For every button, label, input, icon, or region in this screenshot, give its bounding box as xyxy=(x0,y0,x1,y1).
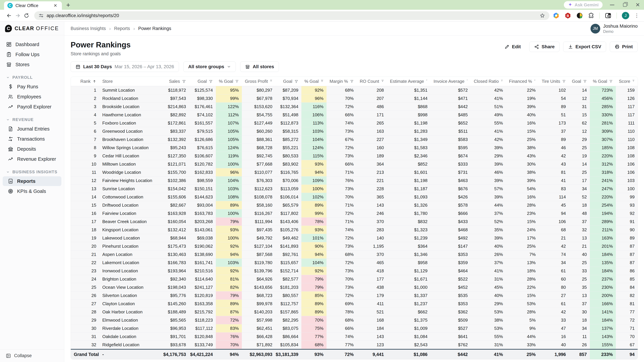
filter-funnel-icon[interactable] xyxy=(381,79,384,83)
table-row-28[interactable]: 28Oak Harbor Location$188,489$215,79287%… xyxy=(71,308,638,316)
table-row-5[interactable]: 5Foxboro Location$172,861$161,557107%$12… xyxy=(71,119,638,127)
table-row-30[interactable]: 30Riverdale Location$96,953$117,11283%$6… xyxy=(71,324,638,333)
app-logo[interactable]: C CLEAR OFFICE xyxy=(0,22,64,35)
filter-funnel-icon[interactable] xyxy=(466,79,468,83)
date-range-filter[interactable]: Last 30 Days Mar 15, 2026 – Apr 13, 2026 xyxy=(70,61,179,72)
breadcrumb-business-insights[interactable]: Business Insights xyxy=(70,26,106,31)
filter-funnel-icon[interactable] xyxy=(350,79,354,83)
column-header-goal-6[interactable]: Goal xyxy=(276,77,301,86)
table-row-15[interactable]: 15Driftwood Location$82,667$93,00489%$58… xyxy=(71,201,638,209)
window-minimize-icon[interactable] xyxy=(610,5,614,5)
sidebar-item-transactions[interactable]: Transactions xyxy=(3,134,62,144)
table-row-7[interactable]: 7Brookhaven Location$132,392$126,686105%… xyxy=(71,135,638,144)
column-header-tire-units-14[interactable]: Tire Units xyxy=(539,77,569,86)
window-maximize-icon[interactable] xyxy=(623,3,627,7)
breadcrumb-reports[interactable]: Reports xyxy=(114,26,130,31)
table-row-11[interactable]: 11Woodridge Location$155,700$162,83396%$… xyxy=(71,168,638,176)
table-row-22[interactable]: 22Lakemont Location$166,783$161,741103%$… xyxy=(71,259,638,267)
table-row-18[interactable]: 18Kingsport Location$132,412$143,06193%$… xyxy=(71,226,638,234)
share-button[interactable]: Share xyxy=(529,41,560,52)
table-row-21[interactable]: 21Aspen Location$130,463$138,69094%$87,5… xyxy=(71,250,638,259)
column-header-closed-ratio-12[interactable]: Closed Ratio xyxy=(471,77,506,86)
site-settings-icon[interactable] xyxy=(38,13,44,18)
table-row-4[interactable]: 4Hawthorne Location$82,892$74,102112%$54… xyxy=(71,111,638,119)
column-header-estimate-average-10[interactable]: Estimate Average xyxy=(387,77,430,86)
sidebar-section-payroll[interactable]: PAYROLL xyxy=(3,73,62,82)
browser-profile-avatar[interactable]: J xyxy=(622,12,629,19)
column-header-gross-profit-5[interactable]: Gross Profit xyxy=(242,77,276,86)
filter-funnel-icon[interactable] xyxy=(632,79,634,83)
tab-close-icon[interactable]: ✕ xyxy=(52,2,58,9)
table-row-9[interactable]: 9Cedar Hill Location$127,350$106,607119%… xyxy=(71,152,638,160)
sidebar-section-revenue[interactable]: REVENUE xyxy=(3,115,62,124)
table-row-31[interactable]: 31Oakdale Location$91,701$120,84876%$66,… xyxy=(71,333,638,341)
forward-icon[interactable] xyxy=(14,11,22,20)
sidebar-item-dashboard[interactable]: Dashboard xyxy=(3,39,62,49)
table-row-19[interactable]: 19Lakewood Location$68,944$69,038100%$49… xyxy=(71,234,638,242)
column-header-financed-13[interactable]: Financed % xyxy=(506,77,539,86)
export-csv-button[interactable]: Export CSV xyxy=(563,41,606,52)
filter-funnel-icon[interactable] xyxy=(182,79,186,83)
extension-dark-icon[interactable] xyxy=(576,12,583,19)
extension-rainbow-icon[interactable] xyxy=(553,12,560,19)
sidebar-item-reports[interactable]: Reports xyxy=(3,176,62,186)
sidebar-item-journal-entries[interactable]: Journal Entries xyxy=(3,124,62,134)
column-header-goal-16[interactable]: % Goal xyxy=(590,77,616,86)
url-bar[interactable]: app.clearoffice.io/insights/reports/20 xyxy=(34,11,550,20)
filter-funnel-icon[interactable] xyxy=(501,79,503,83)
search-tabs-icon[interactable] xyxy=(605,12,612,19)
table-row-17[interactable]: 17Beaver Creek Location$160,054$203,2687… xyxy=(71,218,638,226)
sidebar-item-stores[interactable]: Stores xyxy=(3,60,62,69)
sidebar-collapse-button[interactable]: Collapse xyxy=(0,349,64,362)
column-header-goal-4[interactable]: % Goal xyxy=(216,77,242,86)
browser-menu-icon[interactable]: ⋮ xyxy=(634,14,639,16)
table-row-20[interactable]: 20Pinehurst Location$175,473$190,06292%$… xyxy=(71,242,638,250)
filter-funnel-icon[interactable] xyxy=(270,79,272,83)
sidebar-item-kpis-goals[interactable]: KPIs & Goals xyxy=(3,186,62,196)
sidebar-section-business-insights[interactable]: BUSINESS INSIGHTS xyxy=(3,168,62,176)
ask-gemini-button[interactable]: Ask Gemini xyxy=(564,1,602,8)
table-row-8[interactable]: 8Willow Springs Location$95,243$76,61512… xyxy=(71,144,638,152)
window-close-icon[interactable]: ✕ xyxy=(636,2,640,7)
sidebar-item-employees[interactable]: Employees xyxy=(3,92,62,102)
column-header-score-17[interactable]: Score xyxy=(616,77,638,86)
print-button[interactable]: Print xyxy=(610,41,638,52)
table-row-25[interactable]: 25Ocean View Location$198,043$241,12782%… xyxy=(71,283,638,292)
extension-b-icon[interactable]: B xyxy=(564,12,571,19)
table-row-26[interactable]: 26Silverton Location$95,776$120,81979%$6… xyxy=(71,292,638,300)
filter-funnel-icon[interactable] xyxy=(321,79,324,83)
bookmark-star-icon[interactable] xyxy=(540,13,545,18)
column-header-sales-2[interactable]: Sales xyxy=(159,77,189,86)
column-header-goal-15[interactable]: Goal xyxy=(569,77,590,86)
edit-button[interactable]: Edit xyxy=(500,41,526,52)
table-row-3[interactable]: 3Brookside Location$214,863$176,461122%$… xyxy=(71,103,638,111)
extensions-puzzle-icon[interactable] xyxy=(588,12,594,19)
table-row-6[interactable]: 6Greenwood Location$83,337$79,515105%$60… xyxy=(71,127,638,135)
stores-filter[interactable]: All stores xyxy=(240,61,279,72)
filter-funnel-icon[interactable] xyxy=(209,79,213,83)
back-icon[interactable] xyxy=(5,11,14,20)
column-header-rank-0[interactable]: Rank xyxy=(71,77,99,86)
filter-funnel-icon[interactable] xyxy=(562,79,566,83)
table-row-1[interactable]: 1Summit Location$118,972$125,57495%$80,2… xyxy=(71,86,638,94)
table-row-24[interactable]: 24Brighton Location$92,340$114,64081%$64… xyxy=(71,275,638,283)
column-header-margin-8[interactable]: Margin % xyxy=(326,77,357,86)
column-header-ro-count-9[interactable]: RO Count xyxy=(357,77,387,86)
column-header-goal-3[interactable]: Goal xyxy=(189,77,216,86)
filter-funnel-icon[interactable] xyxy=(235,79,239,83)
column-header-invoice-average-11[interactable]: Invoice Average xyxy=(430,77,471,86)
table-row-12[interactable]: 12Fairview Heights Location$102,386$98,5… xyxy=(71,176,638,185)
sidebar-item-revenue-explorer[interactable]: Revenue Explorer xyxy=(3,154,62,164)
table-row-14[interactable]: 14Cottonwood Location$155,606$144,623108… xyxy=(71,193,638,201)
filter-funnel-icon[interactable] xyxy=(534,79,536,83)
browser-tab[interactable]: C Clear Office ✕ xyxy=(4,1,62,10)
sort-asc-icon[interactable] xyxy=(92,80,96,83)
table-row-2[interactable]: 2Rockland Location$97,543$98,33099%$67,9… xyxy=(71,94,638,103)
reload-icon[interactable] xyxy=(22,11,31,20)
new-tab-button[interactable]: + xyxy=(66,2,70,8)
filter-funnel-icon[interactable] xyxy=(294,79,298,83)
sidebar-item-follow-ups[interactable]: Follow Ups xyxy=(3,50,62,59)
table-row-27[interactable]: 27Clayton Location$145,260$163,35889%$99… xyxy=(71,300,638,308)
sidebar-item-deposits[interactable]: Deposits xyxy=(3,144,62,154)
filter-funnel-icon[interactable] xyxy=(583,79,587,83)
